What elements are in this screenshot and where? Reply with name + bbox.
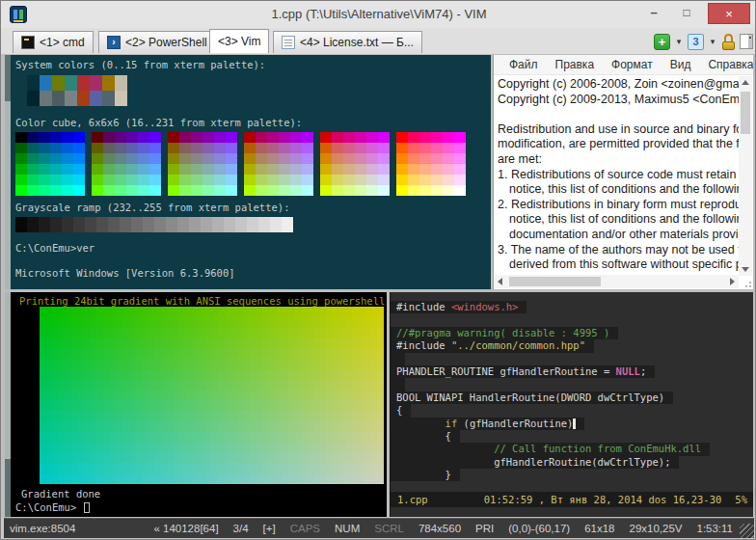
- close-button[interactable]: ×: [708, 3, 750, 24]
- statusbar-item[interactable]: « 140128[64]: [153, 523, 218, 534]
- scroll-right-icon[interactable]: [730, 278, 735, 285]
- color-swatch: [52, 91, 65, 106]
- statusbar-process[interactable]: vim.exe:8504: [4, 523, 75, 534]
- tab-license[interactable]: <4> License.txt — Б...: [273, 31, 422, 53]
- notepad-resize-grip[interactable]: [742, 278, 751, 287]
- color-swatch: [90, 91, 102, 106]
- scrollbar[interactable]: [5, 292, 11, 517]
- new-console-button[interactable]: +: [654, 34, 670, 50]
- scroll-up-icon[interactable]: [742, 80, 749, 85]
- tab-vim[interactable]: <3> Vim: [209, 29, 269, 53]
- statusbar-item[interactable]: (0,0)-(60,17): [508, 523, 570, 534]
- tab-cmd[interactable]: <1> cmd: [13, 31, 94, 53]
- notepad-horizontal-scrollbar[interactable]: [494, 275, 739, 288]
- pane-terminal-gradient[interactable]: Printing 24bit gradient with ANSI sequen…: [5, 292, 387, 517]
- new-console-dropdown-icon[interactable]: ▾: [674, 37, 684, 46]
- gray-swatch: [96, 217, 108, 232]
- tab-powershell[interactable]: › <2> PowerShell: [98, 31, 216, 53]
- vim-statusline: 1.cpp 01:52:59 , Вт янв 28, 2014 dos 16,…: [391, 492, 753, 507]
- minimize-button[interactable]: –: [639, 1, 668, 26]
- cube-block: [92, 132, 161, 196]
- color-swatch: [40, 91, 52, 106]
- notepad-line: 3. The name of the authors may not be us…: [498, 243, 739, 258]
- statusbar-item[interactable]: 756x540: [418, 523, 461, 534]
- tab-label: <1> cmd: [40, 36, 85, 49]
- statusbar-item[interactable]: SCRL: [374, 523, 404, 534]
- notepad-line: modification, are permitted provided tha…: [498, 137, 739, 152]
- color-swatch: [27, 91, 40, 106]
- color-swatch: [77, 91, 90, 106]
- console-buffer-icon[interactable]: [740, 34, 753, 49]
- menu-item-правка[interactable]: Правка: [547, 58, 604, 71]
- statusbar-item[interactable]: [+]: [263, 523, 276, 534]
- vim-scroll-percent: 5%: [735, 494, 747, 505]
- version-line: Microsoft Windows [Version 6.3.9600]: [15, 267, 235, 279]
- gray-swatch: [212, 217, 224, 232]
- heading-color-cube: Color cube, 6x6x6 (16..231 from xterm pa…: [15, 117, 302, 128]
- tab-bar: <1> cmd › <2> PowerShell <3> Vim <4> Lic…: [1, 28, 756, 54]
- pane-terminal-colors[interactable]: System colors (0..15 from xterm palette)…: [5, 55, 491, 289]
- vim-code-line: // Call function from ConEmuHk.dll: [391, 443, 753, 455]
- vim-code-line: //#pragma warning( disable : 4995 ): [391, 327, 753, 339]
- gradient-heading: Printing 24bit gradient with ANSI sequen…: [19, 295, 385, 307]
- notepad-menubar: ФайлПравкаФорматВидСправка: [494, 55, 753, 75]
- pane-vim[interactable]: #include <windows.h>//#pragma warning( d…: [390, 292, 753, 517]
- scroll-down-icon[interactable]: [742, 267, 749, 272]
- gray-swatch: [258, 217, 270, 232]
- scroll-thumb[interactable]: [741, 92, 750, 134]
- statusbar-item[interactable]: 61x18: [584, 523, 614, 534]
- console-list-dropdown-icon[interactable]: ▾: [708, 37, 717, 46]
- gray-swatch: [73, 217, 85, 232]
- gray-swatch: [131, 217, 143, 232]
- notepad-line: Redistribution and use in source and bin…: [498, 122, 739, 138]
- statusbar-item[interactable]: 29x10,25V: [629, 523, 682, 534]
- vim-code-line: BOOL WINAPI HandlerRoutine(DWORD dwCtrlT…: [391, 392, 753, 404]
- statusbar-item[interactable]: PRI: [475, 523, 494, 534]
- menu-item-справка[interactable]: Справка: [699, 58, 753, 71]
- gray-swatch: [15, 217, 27, 232]
- notepad-vertical-scrollbar[interactable]: [739, 76, 752, 276]
- lock-icon[interactable]: [721, 34, 736, 50]
- tab-label: <4> License.txt — Б...: [300, 36, 414, 49]
- statusbar-item[interactable]: NUM: [335, 523, 360, 534]
- gray-swatch: [154, 217, 166, 232]
- notepad-line: derived from this software without speci…: [498, 257, 739, 273]
- notepad-line: notice, this list of conditions and the …: [498, 182, 739, 198]
- vim-code-line: [391, 313, 753, 326]
- vim-code-line: if (gfHandlerRoutine): [391, 418, 753, 430]
- window-resize-grip[interactable]: [740, 524, 754, 538]
- gray-swatch: [120, 217, 131, 232]
- active-console-button[interactable]: 3: [688, 34, 704, 50]
- gray-swatch: [282, 217, 293, 232]
- statusbar-item[interactable]: CAPS: [290, 523, 320, 534]
- menu-item-формат[interactable]: Формат: [603, 58, 662, 71]
- color-swatch: [65, 75, 77, 91]
- color-swatch: [65, 91, 77, 106]
- scrollbar[interactable]: [5, 55, 11, 289]
- menu-item-вид[interactable]: Вид: [662, 58, 700, 71]
- vim-cursor: [573, 418, 576, 429]
- menu-item-файл[interactable]: Файл: [500, 58, 547, 71]
- statusbar-item[interactable]: 1:53:11: [696, 523, 733, 534]
- gradient-done-line: Gradient done: [21, 488, 100, 500]
- cmd-icon: [21, 36, 35, 49]
- scroll-left-icon[interactable]: [498, 278, 502, 285]
- color-swatch: [102, 91, 115, 106]
- notepad-text-area[interactable]: Copyright (c) 2006-2008, Zoin <zoinen@gm…: [498, 77, 739, 275]
- tabbar-controls: + ▾ 3 ▾: [654, 32, 753, 51]
- prompt-line: C:\ConEmu>: [15, 501, 90, 513]
- titlebar[interactable]: 1.cpp (T:\Utils\Alternative\ViM74) - VIM…: [1, 1, 756, 28]
- scroll-thumb[interactable]: [509, 277, 601, 286]
- vim-code[interactable]: #include <windows.h>//#pragma warning( d…: [391, 301, 753, 481]
- pane-notepad[interactable]: ФайлПравкаФорматВидСправка Copyright (c)…: [493, 55, 753, 289]
- gray-swatch: [201, 217, 212, 232]
- color-swatch: [52, 75, 65, 91]
- tab-label: <3> Vim: [218, 35, 260, 48]
- statusbar-item[interactable]: 3/4: [233, 523, 249, 534]
- gray-swatch: [166, 217, 177, 232]
- gray-swatch: [85, 217, 96, 232]
- heading-grayscale: Grayscale ramp (232..255 from xterm pale…: [15, 202, 289, 213]
- maximize-button[interactable]: □: [672, 1, 701, 26]
- color-swatch: [102, 75, 115, 91]
- notepad-line: documentation and/or other materials pro…: [498, 228, 739, 243]
